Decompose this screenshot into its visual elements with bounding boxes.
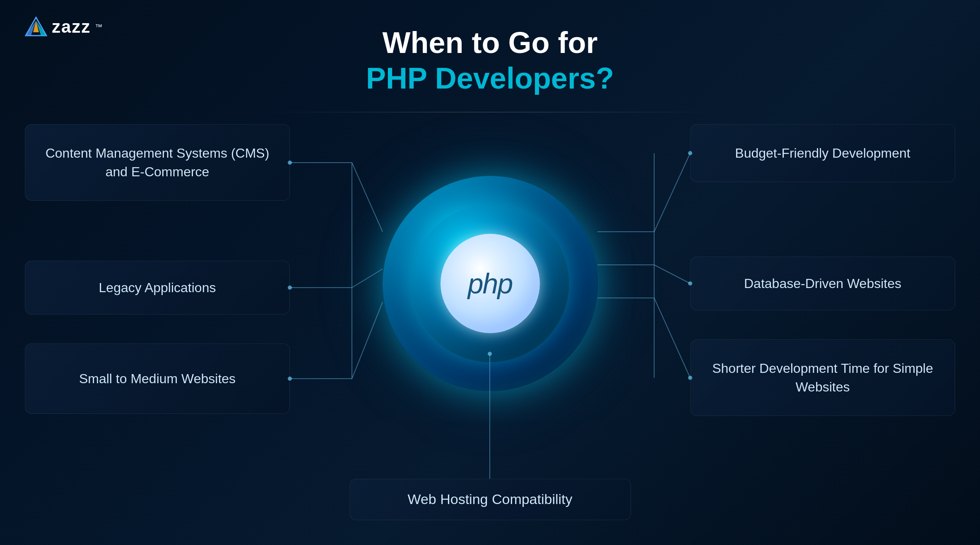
php-orb: php bbox=[383, 176, 598, 391]
card-database: Database-Driven Websites bbox=[690, 257, 955, 310]
card-hosting-text: Web Hosting Compatibility bbox=[407, 490, 572, 509]
card-legacy: Legacy Applications bbox=[25, 261, 290, 315]
card-shorter-text: Shorter Development Time for Simple Webs… bbox=[707, 359, 938, 396]
header-line1: When to Go for bbox=[0, 25, 980, 60]
card-database-text: Database-Driven Websites bbox=[744, 274, 901, 293]
card-budget-text: Budget-Friendly Development bbox=[735, 144, 910, 163]
card-cms: Content Management Systems (CMS) and E-C… bbox=[25, 124, 290, 201]
card-small-medium: Small to Medium Websites bbox=[25, 343, 290, 414]
orb-inner: php bbox=[441, 234, 540, 333]
header-line2: PHP Developers? bbox=[0, 60, 980, 96]
orb-outer: php bbox=[383, 176, 598, 391]
card-budget: Budget-Friendly Development bbox=[690, 124, 955, 182]
php-label: php bbox=[468, 267, 512, 300]
header-divider bbox=[262, 112, 718, 113]
card-shorter: Shorter Development Time for Simple Webs… bbox=[690, 339, 955, 416]
card-legacy-text: Legacy Applications bbox=[99, 279, 216, 297]
card-cms-text: Content Management Systems (CMS) and E-C… bbox=[42, 144, 273, 181]
page-header: When to Go for PHP Developers? bbox=[0, 25, 980, 96]
orb-middle: php bbox=[412, 205, 569, 362]
card-hosting: Web Hosting Compatibility bbox=[349, 479, 631, 520]
card-small-text: Small to Medium Websites bbox=[79, 370, 236, 388]
